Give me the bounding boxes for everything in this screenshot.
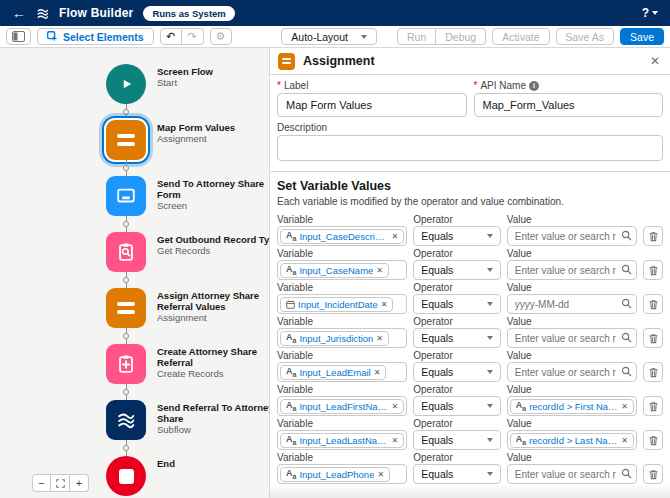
flow-node-get-record-type[interactable]: Get Outbound Record Type Get Records: [104, 232, 270, 272]
assignment-icon[interactable]: [106, 288, 146, 328]
variable-combobox[interactable]: Aa Input_CaseDescription ✕: [277, 226, 407, 246]
flow-node-map-form-values[interactable]: Map Form Values Assignment: [104, 120, 270, 160]
settings-button[interactable]: ⚙: [210, 28, 232, 45]
delete-row-button[interactable]: [643, 328, 663, 348]
value-input[interactable]: [507, 260, 637, 280]
undo-icon: ↶: [166, 31, 175, 42]
run-button[interactable]: Run: [397, 28, 436, 45]
flow-node-assign-referral-values[interactable]: Assign Attorney Share Referral Values As…: [104, 288, 270, 328]
value-input[interactable]: [507, 464, 637, 484]
flow-node-create-referral[interactable]: Create Attorney Share Referral Create Re…: [104, 344, 270, 384]
description-textarea[interactable]: [277, 135, 663, 161]
variable-combobox[interactable]: Input_IncidentDate ✕: [277, 294, 407, 314]
debug-button[interactable]: Debug: [436, 28, 486, 45]
operator-select[interactable]: Equals: [413, 464, 500, 484]
variable-combobox[interactable]: Aa Input_LeadEmail ✕: [277, 362, 407, 382]
save-as-button[interactable]: Save As: [556, 28, 615, 45]
value-search: [507, 294, 637, 314]
remove-pill-icon[interactable]: ✕: [392, 232, 399, 241]
remove-pill-icon[interactable]: ✕: [377, 470, 384, 479]
back-arrow-icon[interactable]: ←: [12, 6, 26, 20]
assignment-icon[interactable]: [106, 120, 146, 160]
subflow-icon[interactable]: [106, 400, 146, 440]
assignment-row: Variable Operator Value Aa Input_CaseNam…: [277, 248, 663, 280]
remove-pill-icon[interactable]: ✕: [392, 402, 399, 411]
remove-pill-icon[interactable]: ✕: [392, 436, 399, 445]
value-search: [507, 226, 637, 246]
delete-row-button[interactable]: [643, 396, 663, 416]
delete-row-button[interactable]: [643, 430, 663, 450]
activate-button[interactable]: Activate: [492, 28, 549, 45]
delete-row-button[interactable]: [643, 260, 663, 280]
operator-select[interactable]: Equals: [413, 430, 500, 450]
start-play-icon[interactable]: [106, 64, 146, 104]
api-name-input[interactable]: [474, 93, 664, 117]
operator-select[interactable]: Equals: [413, 260, 500, 280]
value-input[interactable]: [507, 328, 637, 348]
search-icon: [621, 298, 632, 309]
operator-select[interactable]: Equals: [413, 396, 500, 416]
end-icon[interactable]: [106, 456, 146, 496]
variable-combobox[interactable]: Aa Input_LeadPhone ✕: [277, 464, 407, 484]
variable-combobox[interactable]: Aa Input_CaseName ✕: [277, 260, 407, 280]
variable-pill[interactable]: Input_IncidentDate ✕: [280, 297, 393, 312]
value-pill[interactable]: Aa recordId > First Name ✕: [510, 399, 634, 414]
select-elements-button[interactable]: Select Elements: [37, 28, 154, 45]
screen-icon[interactable]: [106, 176, 146, 216]
delete-row-button[interactable]: [643, 362, 663, 382]
node-subtitle: Screen: [157, 200, 270, 211]
remove-pill-icon[interactable]: ✕: [381, 300, 388, 309]
value-input[interactable]: [507, 362, 637, 382]
operator-select[interactable]: Equals: [413, 328, 500, 348]
value-combobox[interactable]: Aa recordId > First Name ✕: [507, 396, 637, 416]
close-icon[interactable]: ✕: [648, 54, 662, 68]
fit-to-view-button[interactable]: [51, 474, 70, 492]
operator-select[interactable]: Equals: [413, 294, 500, 314]
variable-pill[interactable]: Aa Input_LeadFirstName ✕: [280, 399, 404, 414]
record-lookup-icon[interactable]: [106, 232, 146, 272]
delete-row-button[interactable]: [643, 226, 663, 246]
remove-pill-icon[interactable]: ✕: [376, 266, 383, 275]
delete-row-button[interactable]: [643, 294, 663, 314]
remove-pill-icon[interactable]: ✕: [621, 436, 628, 445]
flow-node-send-referral-subflow[interactable]: Send Referral To Attorney Share Subflow: [104, 400, 270, 440]
toggle-toolbox-button[interactable]: [6, 28, 31, 45]
variable-pill[interactable]: Aa Input_LeadEmail ✕: [280, 365, 386, 380]
flow-node-send-form[interactable]: Send To Attorney Share Form Screen: [104, 176, 270, 216]
flow-node-start[interactable]: Screen Flow Start: [104, 64, 270, 104]
value-pill[interactable]: Aa recordId > Last Name ✕: [510, 433, 634, 448]
variable-pill[interactable]: Aa Input_LeadPhone ✕: [280, 467, 390, 482]
label-input[interactable]: [277, 93, 467, 117]
assignment-row: Variable Operator Value Aa Input_LeadEma…: [277, 350, 663, 382]
delete-row-button[interactable]: [643, 464, 663, 484]
save-button[interactable]: Save: [620, 28, 664, 45]
zoom-in-button[interactable]: +: [70, 474, 89, 492]
undo-button[interactable]: ↶: [160, 28, 182, 45]
remove-pill-icon[interactable]: ✕: [621, 402, 628, 411]
help-menu[interactable]: ?: [642, 6, 658, 20]
variable-combobox[interactable]: Aa Input_LeadFirstName ✕: [277, 396, 407, 416]
variable-pill[interactable]: Aa Input_Jurisdiction ✕: [280, 331, 389, 346]
app-header: ← Flow Builder Runs as System ?: [0, 0, 670, 26]
operator-select[interactable]: Equals: [413, 226, 500, 246]
redo-button[interactable]: ↷: [182, 28, 204, 45]
variable-pill[interactable]: Aa Input_CaseDescription ✕: [280, 229, 404, 244]
zoom-out-button[interactable]: −: [32, 474, 51, 492]
variable-pill[interactable]: Aa Input_LeadLastName ✕: [280, 433, 404, 448]
remove-pill-icon[interactable]: ✕: [374, 368, 381, 377]
info-icon[interactable]: i: [529, 81, 539, 91]
flow-canvas[interactable]: Screen Flow Start Map Form Values Assign…: [0, 48, 270, 498]
node-title: Get Outbound Record Type: [157, 234, 270, 245]
value-input[interactable]: [507, 294, 637, 314]
value-combobox[interactable]: Aa recordId > Last Name ✕: [507, 430, 637, 450]
record-create-icon[interactable]: [106, 344, 146, 384]
variable-combobox[interactable]: Aa Input_Jurisdiction ✕: [277, 328, 407, 348]
value-input[interactable]: [507, 226, 637, 246]
variable-combobox[interactable]: Aa Input_LeadLastName ✕: [277, 430, 407, 450]
variable-pill[interactable]: Aa Input_CaseName ✕: [280, 263, 389, 278]
flow-node-end[interactable]: End: [104, 456, 270, 496]
remove-pill-icon[interactable]: ✕: [376, 334, 383, 343]
layout-mode-dropdown[interactable]: Auto-Layout: [281, 28, 377, 45]
text-type-icon: Aa: [286, 469, 296, 480]
operator-select[interactable]: Equals: [413, 362, 500, 382]
